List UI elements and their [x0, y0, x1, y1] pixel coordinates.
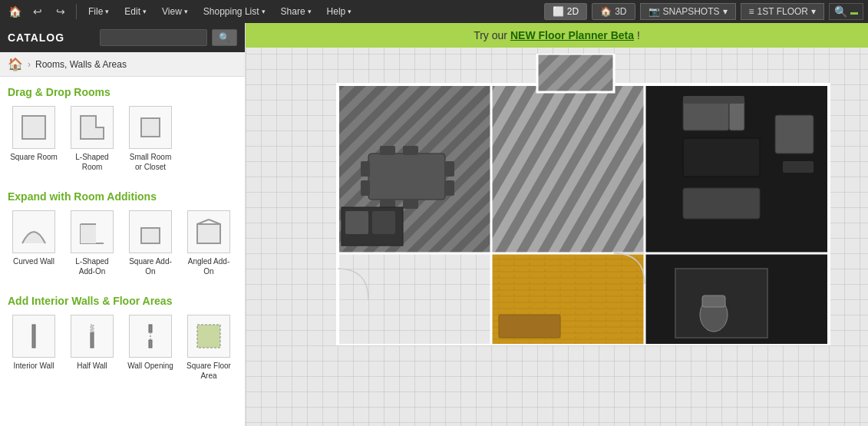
menu-share-caret: ▾ — [308, 8, 312, 15]
svg-rect-52 — [403, 200, 418, 209]
menu-shopping[interactable]: Shopping List ▾ — [197, 3, 272, 20]
home-icon[interactable]: 🏠 — [8, 57, 23, 71]
zoom-area: 🔍 ▬ — [829, 3, 863, 20]
menu-view-caret: ▾ — [184, 8, 188, 15]
section-interior-walls: Add Interior Walls & Floor Areas — [0, 286, 245, 312]
view-2d-label: 2D — [567, 6, 579, 17]
menu-shopping-label: Shopping List — [203, 6, 259, 17]
main-toolbar: 🏠 ↩ ↪ File ▾ Edit ▾ View ▾ Shopping List… — [0, 0, 868, 23]
square-addon-label: Square Add-On — [126, 256, 175, 276]
camera-icon: 📷 — [649, 6, 660, 17]
curved-wall-label: Curved Wall — [13, 256, 54, 266]
floor-button[interactable]: ≡ 1ST FLOOR ▾ — [741, 3, 824, 20]
catalog-item-curved-wall[interactable]: Curved Wall — [6, 207, 61, 279]
menu-help[interactable]: Help ▾ — [321, 3, 358, 20]
view-2d-icon: ⬜ — [553, 6, 564, 17]
svg-rect-24 — [491, 84, 645, 253]
menu-edit[interactable]: Edit ▾ — [118, 3, 153, 20]
breadcrumb: 🏠 › Rooms, Walls & Areas — [0, 52, 245, 77]
view-2d-button[interactable]: ⬜ 2D — [544, 3, 587, 20]
wall-opening-label: Wall Opening — [127, 361, 173, 371]
catalog-item-small-room[interactable]: Small Room or Closet — [123, 103, 178, 175]
svg-rect-11 — [91, 332, 94, 348]
menu-file-label: File — [88, 6, 103, 17]
toolbar-divider-1 — [76, 4, 77, 19]
interior-walls-grid: Interior Wall Half Wall Wall Opening — [0, 312, 245, 390]
interior-wall-label: Interior Wall — [14, 361, 54, 371]
svg-rect-64 — [499, 315, 560, 338]
svg-rect-47 — [445, 161, 454, 177]
svg-rect-58 — [683, 96, 744, 104]
catalog-item-square-room[interactable]: Square Room — [6, 103, 61, 175]
menu-help-label: Help — [327, 6, 346, 17]
svg-rect-16 — [197, 325, 220, 348]
svg-marker-1 — [81, 116, 104, 139]
square-addon-icon — [129, 210, 172, 253]
svg-rect-49 — [380, 146, 395, 155]
small-room-icon — [129, 106, 172, 149]
promo-banner: Try our NEW Floor Planner Beta ! — [246, 23, 868, 48]
home-button[interactable]: 🏠 — [5, 2, 25, 21]
square-floor-area-icon — [187, 315, 230, 358]
svg-rect-60 — [775, 115, 814, 154]
menu-file[interactable]: File ▾ — [82, 3, 115, 20]
floor-plan-svg — [322, 54, 844, 345]
floor-caret: ▾ — [811, 6, 816, 17]
svg-rect-54 — [345, 211, 368, 234]
wall-opening-icon — [129, 315, 172, 358]
svg-rect-62 — [683, 188, 760, 219]
undo-button[interactable]: ↩ — [28, 2, 48, 21]
svg-rect-14 — [149, 340, 152, 348]
lshaped-room-label: L-Shaped Room — [68, 152, 117, 172]
canvas-area[interactable]: Try our NEW Floor Planner Beta ! — [246, 23, 868, 426]
lshaped-room-icon — [71, 106, 114, 149]
lshaped-addon-icon — [71, 210, 114, 253]
svg-rect-61 — [783, 161, 814, 173]
promo-link[interactable]: NEW Floor Planner Beta — [510, 29, 634, 41]
catalog-item-lshaped-room[interactable]: L-Shaped Room — [64, 103, 120, 175]
sidebar: CATALOG 🔍 🏠 › Rooms, Walls & Areas Drag … — [0, 23, 246, 426]
svg-rect-48 — [445, 180, 454, 196]
svg-rect-57 — [729, 100, 744, 130]
half-wall-label: Half Wall — [77, 361, 107, 371]
floor-label: 1ST FLOOR — [757, 6, 808, 17]
menu-view[interactable]: View ▾ — [156, 3, 194, 20]
small-room-label: Small Room or Closet — [126, 152, 175, 172]
catalog-item-half-wall[interactable]: Half Wall — [64, 312, 120, 384]
catalog-item-angled-addon[interactable]: Angled Add-On — [181, 207, 236, 279]
menu-share-label: Share — [281, 6, 305, 17]
menu-share[interactable]: Share ▾ — [275, 3, 318, 20]
view-3d-label: 3D — [615, 6, 626, 17]
layers-icon: ≡ — [749, 6, 754, 17]
section-expand-rooms: Expand with Room Additions — [0, 181, 245, 207]
svg-rect-56 — [683, 100, 729, 130]
floor-plan[interactable] — [322, 54, 844, 345]
svg-rect-45 — [361, 161, 370, 177]
square-floor-area-label: Square Floor Area — [184, 361, 233, 381]
menu-help-caret: ▾ — [348, 8, 351, 15]
interior-wall-icon — [12, 315, 55, 358]
zoom-icon: 🔍 — [834, 5, 847, 18]
section-drag-drop-rooms: Drag & Drop Rooms — [0, 77, 245, 103]
drag-drop-rooms-grid: Square Room L-Shaped Room Small Room or … — [0, 103, 245, 181]
catalog-item-interior-wall[interactable]: Interior Wall — [6, 312, 61, 384]
svg-rect-2 — [141, 118, 160, 137]
view-3d-button[interactable]: 🏠 3D — [592, 3, 635, 20]
catalog-item-lshaped-addon[interactable]: L-Shaped Add-On — [64, 207, 120, 279]
snapshots-caret: ▾ — [723, 6, 728, 17]
svg-rect-13 — [149, 325, 152, 332]
sidebar-header: CATALOG 🔍 — [0, 23, 245, 52]
search-input[interactable] — [100, 29, 207, 46]
search-button[interactable]: 🔍 — [212, 29, 237, 46]
menu-shopping-caret: ▾ — [262, 8, 266, 15]
catalog-item-square-floor-area[interactable]: Square Floor Area — [181, 312, 236, 384]
breadcrumb-text: Rooms, Walls & Areas — [35, 59, 127, 70]
catalog-item-wall-opening[interactable]: Wall Opening — [123, 312, 178, 384]
expand-rooms-grid: Curved Wall L-Shaped Add-On Square Add- — [0, 207, 245, 286]
catalog-item-square-addon[interactable]: Square Add-On — [123, 207, 178, 279]
redo-button[interactable]: ↪ — [51, 2, 71, 21]
snapshots-button[interactable]: 📷 SNAPSHOTS ▾ — [640, 3, 736, 20]
square-room-icon — [12, 106, 55, 149]
breadcrumb-arrow: › — [28, 59, 31, 70]
toolbar-right: ⬜ 2D 🏠 3D 📷 SNAPSHOTS ▾ ≡ 1ST FLOOR ▾ 🔍 … — [544, 3, 863, 20]
